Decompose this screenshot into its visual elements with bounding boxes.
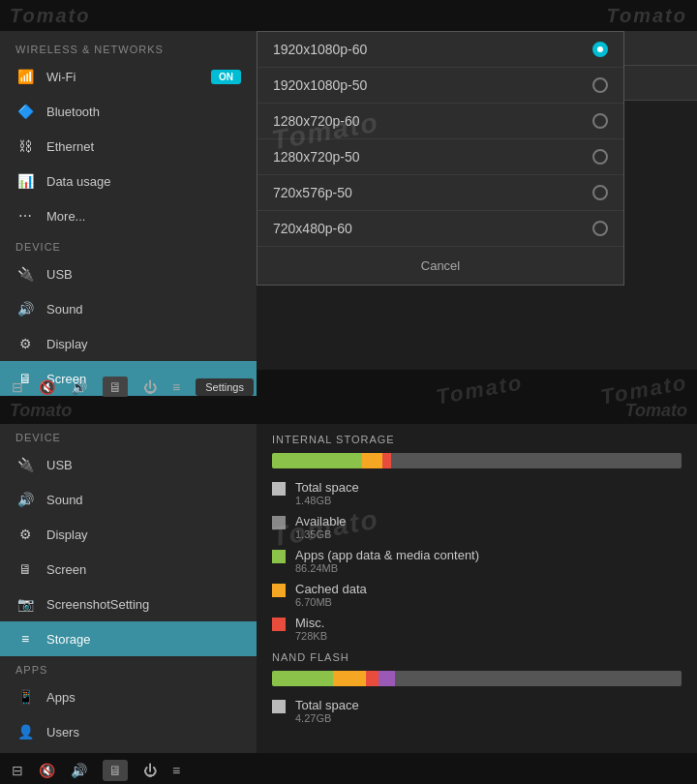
sidebar-item-apps-bottom[interactable]: 📱 Apps <box>0 679 257 714</box>
users-icon: 👤 <box>15 724 35 739</box>
sidebar-item-sound-bottom[interactable]: 🔊 Sound <box>0 482 257 517</box>
sidebar-item-bluetooth-label: Bluetooth <box>46 105 100 119</box>
taskbar-volume-icon[interactable]: 🔊 <box>71 379 87 395</box>
sidebar-item-bluetooth[interactable]: 🔷 Bluetooth <box>0 94 257 129</box>
screenshot-icon-bottom: 📷 <box>15 596 35 612</box>
sidebar-item-data-usage-label: Data usage <box>46 174 111 189</box>
cached-color-box <box>272 584 286 597</box>
sidebar-item-sound-top-label: Sound <box>46 302 83 317</box>
total-color-box <box>272 482 286 496</box>
resolution-option-0[interactable]: 1920x1080p-60 <box>258 32 623 68</box>
resolution-label-2: 1280x720p-60 <box>273 113 360 129</box>
resolution-radio-3 <box>592 149 608 165</box>
taskbar-power-icon[interactable]: ⏻ <box>143 379 157 395</box>
sidebar-item-display-bottom-label: Display <box>46 528 88 542</box>
section-personal-bottom: PERSONAL <box>0 749 257 753</box>
sidebar-item-wifi[interactable]: 📶 Wi-Fi ON <box>0 59 257 94</box>
top-topbar: Tomato Tomato <box>0 0 697 31</box>
apps-icon: 📱 <box>15 689 35 705</box>
storage-cached-info: Cached data 6.70MB <box>295 582 367 608</box>
storage-cached-item: Cached data 6.70MB <box>272 582 682 608</box>
more-icon-top: ⋯ <box>15 208 35 224</box>
settings-layout-bottom: DEVICE 🔌 USB 🔊 Sound ⚙ Display 🖥 Screen … <box>0 424 697 753</box>
cancel-button[interactable]: Cancel <box>258 247 623 285</box>
brand-logo-bottom-left: Tomato <box>10 401 72 421</box>
sidebar-item-display-top[interactable]: ⚙ Display <box>0 326 257 361</box>
taskbar-bottom: ⊟ 🔇 🔊 🖥 ⏻ ≡ <box>0 753 697 784</box>
brand-logo-top-left: Tomato <box>10 5 90 27</box>
available-label: Available <box>295 514 347 528</box>
bottom-section: Tomato Tomato DEVICE 🔌 USB 🔊 Sound ⚙ Dis… <box>0 397 697 784</box>
resolution-label-4: 720x576p-50 <box>273 185 352 200</box>
taskbar-screen-icon-b[interactable]: 🖥 <box>103 760 128 781</box>
sidebar-item-screen-bottom[interactable]: 🖥 Screen <box>0 552 257 587</box>
sidebar-item-ethernet[interactable]: ⛓ Ethernet <box>0 129 257 164</box>
taskbar-minimize-icon[interactable]: ⊟ <box>12 379 23 395</box>
storage-apps-item: Apps (app data & media content) 86.24MB <box>272 548 682 574</box>
taskbar-volume-icon-b[interactable]: 🔊 <box>71 763 87 778</box>
sidebar-bottom: DEVICE 🔌 USB 🔊 Sound ⚙ Display 🖥 Screen … <box>0 424 257 753</box>
resolution-radio-1 <box>592 77 608 93</box>
sidebar-item-users-label: Users <box>46 725 79 739</box>
available-color-box <box>272 516 286 529</box>
resolution-radio-2 <box>592 113 608 129</box>
sidebar-item-screenshot-bottom[interactable]: 📷 ScreenshotSetting <box>0 587 257 621</box>
section-device-top: DEVICE <box>0 233 257 256</box>
brand-logo-top-right: Tomato <box>607 5 687 27</box>
taskbar-mute-icon-b[interactable]: 🔇 <box>39 763 55 778</box>
resolution-option-2[interactable]: 1280x720p-60 <box>258 104 623 139</box>
sidebar-item-sound-bottom-label: Sound <box>46 493 83 507</box>
taskbar-minimize-icon-b[interactable]: ⊟ <box>12 763 23 778</box>
resolution-label-0: 1920x1080p-60 <box>273 42 367 57</box>
nand-total-label: Total space <box>295 698 359 712</box>
sidebar-item-usb-bottom[interactable]: 🔌 USB <box>0 447 257 482</box>
storage-available-info: Available 1.35GB <box>295 514 347 540</box>
sound-icon-bottom: 🔊 <box>15 492 35 507</box>
resolution-label-5: 720x480p-60 <box>273 221 352 236</box>
sidebar-item-screen-bottom-label: Screen <box>46 562 86 577</box>
bar-misc-seg <box>382 453 390 468</box>
taskbar-mute-icon[interactable]: 🔇 <box>39 379 55 395</box>
resolution-label-1: 1920x1080p-50 <box>273 77 367 93</box>
sidebar-item-usb-top-label: USB <box>46 267 73 282</box>
resolution-option-1[interactable]: 1920x1080p-50 <box>258 68 623 104</box>
sidebar-item-display-bottom[interactable]: ⚙ Display <box>0 517 257 552</box>
display-icon-top: ⚙ <box>15 336 35 351</box>
wifi-toggle[interactable]: ON <box>211 70 241 84</box>
screen-icon-bottom: 🖥 <box>15 561 35 577</box>
taskbar-menu-icon-b[interactable]: ≡ <box>172 763 180 778</box>
storage-total-info: Total space 1.48GB <box>295 480 359 506</box>
taskbar-power-icon-b[interactable]: ⏻ <box>143 763 157 778</box>
bottom-topbar: Tomato Tomato <box>0 397 697 424</box>
resolution-option-5[interactable]: 720x480p-60 <box>258 211 623 247</box>
resolution-option-4[interactable]: 720x576p-50 <box>258 175 623 211</box>
resolution-option-3[interactable]: 1280x720p-50 <box>258 139 623 175</box>
storage-apps-info: Apps (app data & media content) 86.24MB <box>295 548 479 574</box>
apps-value: 86.24MB <box>295 562 479 574</box>
sidebar-item-users-bottom[interactable]: 👤 Users <box>0 714 257 749</box>
internal-storage-title: INTERNAL STORAGE <box>272 434 682 445</box>
taskbar-screen-icon[interactable]: 🖥 <box>103 377 128 398</box>
sidebar-item-wifi-label: Wi-Fi <box>46 70 76 84</box>
sidebar-item-data-usage[interactable]: 📊 Data usage <box>0 164 257 198</box>
ethernet-icon: ⛓ <box>15 138 35 154</box>
settings-button-top[interactable]: Settings <box>196 378 254 396</box>
nand-bar-seg4 <box>379 671 395 686</box>
main-content-bottom: INTERNAL STORAGE Total space 1.48GB <box>257 424 697 753</box>
nand-total-value: 4.27GB <box>295 712 359 724</box>
nand-storage-bar <box>272 671 682 686</box>
nand-bar-seg3 <box>366 671 379 686</box>
nand-bar-seg2 <box>333 671 366 686</box>
sidebar-item-usb-top[interactable]: 🔌 USB <box>0 256 257 291</box>
storage-icon-bottom: ≡ <box>15 631 35 647</box>
usb-icon-top: 🔌 <box>15 266 35 282</box>
sidebar-item-storage-bottom[interactable]: ≡ Storage <box>0 621 257 656</box>
resolution-radio-5 <box>592 221 608 236</box>
sidebar-item-sound-top[interactable]: 🔊 Sound <box>0 291 257 326</box>
nand-total-color-box <box>272 700 286 713</box>
taskbar-menu-icon[interactable]: ≡ <box>172 379 180 395</box>
bluetooth-icon: 🔷 <box>15 104 35 119</box>
sidebar-item-more-top[interactable]: ⋯ More... <box>0 198 257 233</box>
resolution-dropdown: 1920x1080p-60 1920x1080p-50 1280x720p-60… <box>257 31 624 286</box>
sidebar-item-display-top-label: Display <box>46 337 88 351</box>
